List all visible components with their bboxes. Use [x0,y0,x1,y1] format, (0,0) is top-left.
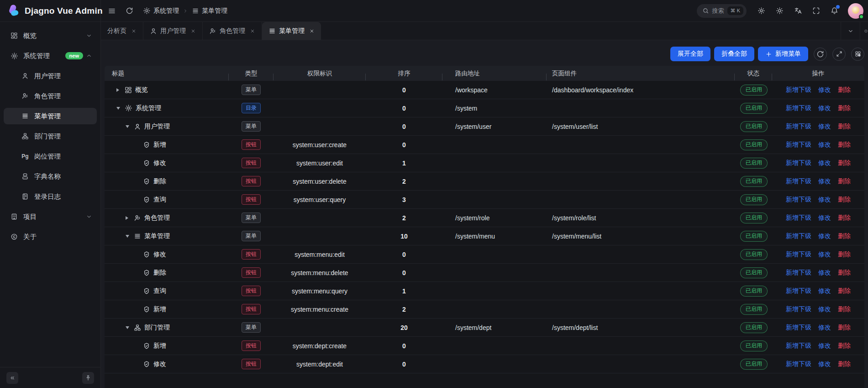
pin-sidebar-button[interactable] [82,372,94,384]
tab-close-icon[interactable] [250,28,255,34]
tab-分析页[interactable]: 分析页 [101,22,143,40]
tab-角色管理[interactable]: 角色管理 [203,22,262,40]
sidebar-item-菜单管理[interactable]: 菜单管理 [4,108,97,124]
edit-link[interactable]: 修改 [818,159,831,167]
delete-link[interactable]: 删除 [838,269,851,277]
settings-button[interactable] [753,3,769,19]
edit-link[interactable]: 修改 [818,104,831,112]
edit-link[interactable]: 修改 [818,232,831,240]
sidebar-item-项目[interactable]: 项目 [4,208,97,225]
table-tool-columns-icon[interactable] [851,48,864,61]
sidebar-item-登录日志[interactable]: 登录日志 [4,188,97,205]
add-child-link[interactable]: 新增下级 [786,269,811,277]
expander-down-icon[interactable] [116,107,125,110]
tab-用户管理[interactable]: 用户管理 [143,22,203,40]
add-child-link[interactable]: 新增下级 [786,287,811,295]
add-child-link[interactable]: 新增下级 [786,250,811,259]
toolbar-button-展开全部[interactable]: 展开全部 [670,47,710,61]
delete-link[interactable]: 删除 [838,214,851,222]
column-header-标题[interactable]: 标题 [105,69,229,78]
edit-link[interactable]: 修改 [818,86,831,94]
tab-close-icon[interactable] [131,28,137,34]
add-child-link[interactable]: 新增下级 [786,122,811,131]
edit-link[interactable]: 修改 [818,360,831,368]
sidebar-item-关于[interactable]: 关于 [4,229,97,245]
add-child-link[interactable]: 新增下级 [786,196,811,204]
add-child-link[interactable]: 新增下级 [786,305,811,314]
delete-link[interactable]: 删除 [838,177,851,186]
expander-right-icon[interactable] [116,88,125,92]
expander-down-icon[interactable] [126,235,134,238]
add-child-link[interactable]: 新增下级 [786,360,811,368]
edit-link[interactable]: 修改 [818,214,831,222]
column-header-状态[interactable]: 状态 [735,69,772,78]
tab-list-dropdown-button[interactable] [841,22,860,40]
add-child-link[interactable]: 新增下级 [786,141,811,149]
add-child-link[interactable]: 新增下级 [786,104,811,112]
tab-菜单管理[interactable]: 菜单管理 [262,22,321,40]
add-child-link[interactable]: 新增下级 [786,177,811,186]
column-header-路由地址[interactable]: 路由地址 [442,69,547,78]
table-tool-expand-arrows-icon[interactable] [832,48,846,61]
edit-link[interactable]: 修改 [818,287,831,295]
edit-link[interactable]: 修改 [818,250,831,259]
delete-link[interactable]: 删除 [838,324,851,332]
sidebar-item-字典名称[interactable]: 字典名称 [4,168,97,185]
add-child-link[interactable]: 新增下级 [786,214,811,222]
toolbar-button-折叠全部[interactable]: 折叠全部 [714,47,754,61]
user-avatar[interactable] [848,3,863,19]
delete-link[interactable]: 删除 [838,305,851,314]
sidebar-item-概览[interactable]: 概览 [4,27,97,44]
add-child-link[interactable]: 新增下级 [786,342,811,350]
edit-link[interactable]: 修改 [818,305,831,314]
delete-link[interactable]: 删除 [838,360,851,368]
column-header-页面组件[interactable]: 页面组件 [547,69,735,78]
delete-link[interactable]: 删除 [838,250,851,259]
delete-link[interactable]: 删除 [838,196,851,204]
add-child-link[interactable]: 新增下级 [786,159,811,167]
column-header-排序[interactable]: 排序 [366,69,442,78]
edit-link[interactable]: 修改 [818,324,831,332]
search-input[interactable]: 搜索 ⌘ K [697,4,747,18]
delete-link[interactable]: 删除 [838,86,851,94]
sidebar-item-部门管理[interactable]: 部门管理 [4,128,97,144]
collapse-sidebar-button[interactable] [6,372,18,384]
expander-down-icon[interactable] [126,326,134,329]
expander-right-icon[interactable] [126,216,134,220]
add-child-link[interactable]: 新增下级 [786,232,811,240]
breadcrumb-item[interactable]: 菜单管理 [192,7,227,15]
toolbar-button-新增菜单[interactable]: 新增菜单 [758,47,808,61]
edit-link[interactable]: 修改 [818,269,831,277]
edit-link[interactable]: 修改 [818,141,831,149]
column-header-类型[interactable]: 类型 [229,69,274,78]
edit-link[interactable]: 修改 [818,342,831,350]
add-child-link[interactable]: 新增下级 [786,324,811,332]
sidebar-item-角色管理[interactable]: 角色管理 [4,88,97,104]
notifications-button[interactable] [826,3,842,19]
theme-toggle-button[interactable] [771,3,788,19]
column-header-权限标识[interactable]: 权限标识 [274,69,366,78]
expander-down-icon[interactable] [126,125,134,128]
delete-link[interactable]: 删除 [838,159,851,167]
delete-link[interactable]: 删除 [838,232,851,240]
table-tool-refresh-icon[interactable] [814,48,827,61]
edit-link[interactable]: 修改 [818,196,831,204]
add-child-link[interactable]: 新增下级 [786,86,811,94]
delete-link[interactable]: 删除 [838,122,851,131]
tab-close-icon[interactable] [190,28,196,34]
language-button[interactable] [789,3,806,19]
delete-link[interactable]: 删除 [838,342,851,350]
edit-link[interactable]: 修改 [818,177,831,186]
sidebar-toggle-button[interactable] [104,3,120,19]
delete-link[interactable]: 删除 [838,104,851,112]
edit-link[interactable]: 修改 [818,122,831,131]
fullscreen-button[interactable] [808,3,824,19]
delete-link[interactable]: 删除 [838,287,851,295]
tab-close-icon[interactable] [309,28,315,34]
content-maximize-button[interactable] [860,22,868,40]
breadcrumb-item[interactable]: 系统管理 [143,7,179,15]
delete-link[interactable]: 删除 [838,141,851,149]
sidebar-item-系统管理[interactable]: 系统管理new [4,48,97,64]
sidebar-item-用户管理[interactable]: 用户管理 [4,68,97,84]
refresh-page-button[interactable] [121,3,137,19]
